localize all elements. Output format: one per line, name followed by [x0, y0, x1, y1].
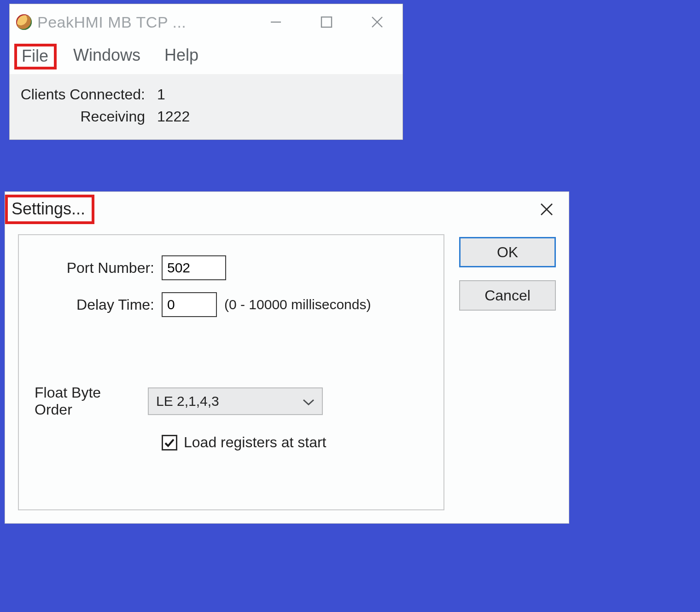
- clients-connected-value: 1: [157, 83, 165, 105]
- menu-file[interactable]: File: [14, 44, 57, 69]
- delay-time-hint: (0 - 10000 milliseconds): [224, 297, 371, 312]
- dialog-body: Port Number: Delay Time: (0 - 10000 mill…: [5, 227, 569, 523]
- close-icon: [369, 14, 385, 30]
- float-byte-order-row: Float Byte Order LE 2,1,4,3: [35, 384, 428, 418]
- menu-bar: File Windows Help: [10, 40, 402, 74]
- delay-time-row: Delay Time: (0 - 10000 milliseconds): [35, 292, 428, 317]
- dialog-button-column: OK Cancel: [459, 234, 556, 311]
- menu-windows[interactable]: Windows: [66, 44, 148, 69]
- minimize-button[interactable]: [251, 4, 301, 40]
- close-icon: [539, 202, 554, 217]
- svg-rect-1: [321, 17, 332, 27]
- dialog-close-button[interactable]: [525, 192, 569, 227]
- float-byte-order-label: Float Byte Order: [35, 384, 140, 418]
- window-title: PeakHMI MB TCP ...: [37, 13, 186, 31]
- settings-groupbox: Port Number: Delay Time: (0 - 10000 mill…: [18, 234, 444, 510]
- delay-time-label: Delay Time:: [35, 296, 154, 313]
- float-byte-order-value: LE 2,1,4,3: [156, 393, 219, 409]
- dialog-title-bar[interactable]: Settings...: [5, 192, 569, 227]
- load-registers-checkbox[interactable]: [162, 435, 177, 450]
- load-registers-label: Load registers at start: [184, 434, 326, 451]
- cancel-button[interactable]: Cancel: [459, 280, 556, 311]
- status-area: Clients Connected: 1 Receiving 1222: [10, 74, 402, 139]
- close-button[interactable]: [352, 4, 402, 40]
- main-window: PeakHMI MB TCP ... File Windows Help Cli…: [9, 4, 403, 140]
- status-row-receiving: Receiving 1222: [19, 105, 391, 127]
- ok-button[interactable]: OK: [459, 237, 556, 267]
- status-row-clients: Clients Connected: 1: [19, 83, 391, 105]
- dialog-title: Settings...: [5, 195, 94, 224]
- minimize-icon: [268, 14, 284, 30]
- maximize-button[interactable]: [301, 4, 352, 40]
- title-bar[interactable]: PeakHMI MB TCP ...: [10, 4, 402, 40]
- delay-time-input[interactable]: [162, 292, 217, 317]
- checkmark-icon: [164, 437, 175, 448]
- settings-dialog: Settings... Port Number: Delay Time: (0 …: [5, 191, 569, 524]
- receiving-value: 1222: [157, 105, 190, 127]
- port-number-row: Port Number:: [35, 255, 428, 280]
- clients-connected-label: Clients Connected:: [19, 83, 157, 105]
- receiving-label: Receiving: [19, 105, 157, 127]
- maximize-icon: [320, 15, 333, 29]
- float-byte-order-select[interactable]: LE 2,1,4,3: [148, 387, 323, 415]
- port-number-input[interactable]: [162, 255, 226, 280]
- port-number-label: Port Number:: [35, 260, 154, 277]
- app-icon: [16, 14, 32, 30]
- chevron-down-icon: [303, 393, 315, 409]
- load-registers-row: Load registers at start: [162, 434, 428, 451]
- menu-help[interactable]: Help: [157, 44, 206, 69]
- spacer: [35, 329, 428, 384]
